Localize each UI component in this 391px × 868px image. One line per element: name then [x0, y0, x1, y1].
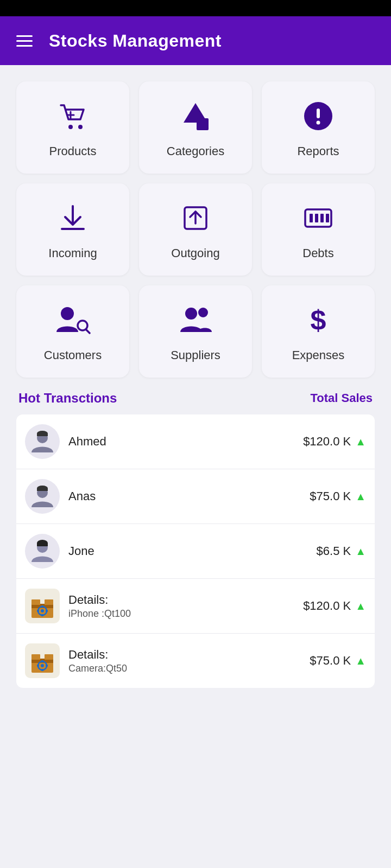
hot-transactions-title: Hot Transctions — [18, 391, 117, 406]
card-customers[interactable]: Customers — [16, 285, 129, 378]
products-label: Products — [49, 144, 97, 158]
avatar — [25, 479, 60, 514]
svg-rect-38 — [41, 605, 43, 608]
card-products[interactable]: Products — [16, 81, 129, 174]
transaction-amount: $6.5 K ▲ — [317, 544, 366, 558]
transaction-name: Details: iPhone :Qt100 — [68, 593, 294, 620]
transaction-name: Anas — [68, 489, 301, 503]
customers-label: Customers — [44, 348, 102, 362]
svg-rect-39 — [41, 614, 43, 616]
svg-point-1 — [78, 125, 83, 129]
svg-rect-13 — [310, 214, 313, 222]
svg-rect-45 — [45, 654, 53, 660]
shapes-icon — [179, 100, 212, 137]
svg-rect-49 — [41, 669, 43, 671]
card-outgoing[interactable]: Outgoing — [139, 183, 252, 276]
card-reports[interactable]: Reports — [262, 81, 375, 174]
grid-row-3: Customers Suppliers $ Expenses — [16, 285, 375, 378]
svg-point-21 — [198, 308, 208, 317]
card-categories[interactable]: Categories — [139, 81, 252, 174]
transaction-name: Jone — [68, 544, 308, 558]
people-icon — [178, 304, 213, 341]
total-sales-label: Total Sales — [310, 391, 373, 405]
svg-rect-25 — [37, 433, 48, 436]
avatar — [25, 424, 60, 459]
incoming-label: Incoming — [48, 246, 97, 260]
transaction-amount: $75.0 K ▲ — [310, 654, 366, 668]
transaction-item[interactable]: Ahmed $120.0 K ▲ — [16, 414, 375, 469]
categories-label: Categories — [167, 144, 224, 158]
product-avatar — [25, 643, 60, 678]
dollar-icon: $ — [302, 304, 335, 341]
svg-point-47 — [41, 664, 44, 667]
suppliers-label: Suppliers — [171, 348, 220, 362]
svg-rect-35 — [45, 599, 53, 605]
transaction-item[interactable]: Jone $6.5 K ▲ — [16, 524, 375, 579]
transaction-item[interactable]: Details: Camera:Qt50 $75.0 K ▲ — [16, 634, 375, 688]
app-title: Stocks Management — [49, 31, 222, 51]
svg-rect-41 — [46, 610, 48, 612]
trend-up-icon: ▲ — [355, 545, 366, 558]
grid-row-2: Incoming Outgoing — [16, 183, 375, 276]
svg-rect-15 — [320, 214, 324, 222]
alert-circle-icon — [302, 100, 335, 137]
transaction-amount: $75.0 K ▲ — [310, 489, 366, 503]
card-expenses[interactable]: $ Expenses — [262, 285, 375, 378]
svg-point-20 — [185, 308, 197, 320]
outgoing-label: Outgoing — [171, 246, 219, 260]
cart-icon — [56, 100, 89, 137]
svg-rect-44 — [31, 654, 40, 660]
svg-point-0 — [68, 125, 73, 129]
svg-line-19 — [86, 329, 90, 333]
svg-rect-31 — [37, 543, 48, 546]
menu-button[interactable] — [16, 35, 33, 47]
avatar — [25, 534, 60, 569]
svg-point-8 — [317, 121, 320, 125]
reports-label: Reports — [297, 144, 339, 158]
trend-up-icon: ▲ — [355, 600, 366, 612]
app-header: Stocks Management — [0, 16, 391, 65]
trend-up-icon: ▲ — [355, 655, 366, 667]
transaction-item[interactable]: Anas $75.0 K ▲ — [16, 469, 375, 524]
transaction-name: Ahmed — [68, 435, 294, 449]
card-suppliers[interactable]: Suppliers — [139, 285, 252, 378]
svg-rect-48 — [41, 660, 43, 662]
svg-rect-14 — [315, 214, 318, 222]
trend-up-icon: ▲ — [355, 436, 366, 448]
grid-row-1: Products Categories Reports — [16, 81, 375, 174]
debts-label: Debts — [302, 246, 333, 260]
status-bar — [0, 0, 391, 16]
card-incoming[interactable]: Incoming — [16, 183, 129, 276]
svg-rect-16 — [326, 214, 329, 222]
transaction-name: Details: Camera:Qt50 — [68, 648, 301, 674]
product-avatar — [25, 589, 60, 623]
svg-rect-34 — [31, 599, 40, 605]
main-content: Products Categories Reports — [0, 65, 391, 699]
trend-up-icon: ▲ — [355, 490, 366, 503]
transaction-amount: $120.0 K ▲ — [303, 435, 366, 449]
transaction-item[interactable]: Details: iPhone :Qt100 $120.0 K ▲ — [16, 579, 375, 634]
svg-rect-50 — [37, 665, 39, 667]
transaction-list: Ahmed $120.0 K ▲ Anas $75.0 K ▲ — [16, 414, 375, 688]
section-header: Hot Transctions Total Sales — [16, 391, 375, 406]
svg-rect-5 — [197, 118, 209, 130]
transaction-amount: $120.0 K ▲ — [303, 599, 366, 613]
download-icon — [56, 202, 89, 239]
svg-point-37 — [41, 609, 44, 612]
money-icon — [302, 202, 335, 239]
expenses-label: Expenses — [292, 348, 345, 362]
svg-rect-40 — [37, 610, 39, 612]
svg-rect-28 — [37, 488, 48, 491]
card-debts[interactable]: Debts — [262, 183, 375, 276]
svg-rect-51 — [46, 665, 48, 667]
upload-icon — [179, 202, 212, 239]
svg-text:$: $ — [311, 304, 326, 336]
svg-rect-7 — [317, 108, 320, 118]
svg-point-17 — [61, 307, 74, 320]
person-search-icon — [55, 304, 91, 341]
